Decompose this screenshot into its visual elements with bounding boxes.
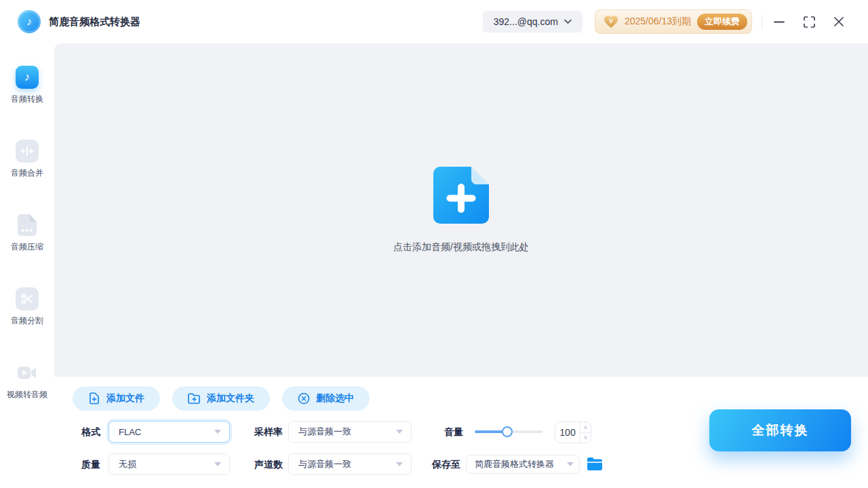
save-to-select[interactable]: 简鹿音频格式转换器 <box>466 455 580 474</box>
account-email: 392...@qq.com <box>494 16 558 27</box>
app-title: 简鹿音频格式转换器 <box>49 16 140 28</box>
channels-value: 与源音频一致 <box>298 458 351 470</box>
file-drop-zone[interactable]: 点击添加音频/视频或拖拽到此处 <box>54 43 868 377</box>
sample-rate-label: 采样率 <box>254 421 283 443</box>
sidebar-item-label: 音频压缩 <box>11 241 43 253</box>
sample-rate-value: 与源音频一致 <box>298 426 351 438</box>
account-dropdown[interactable]: 392...@qq.com <box>483 11 583 33</box>
spinner-down-icon[interactable]: ∨ <box>580 433 591 443</box>
sidebar-item-label: 视频转音频 <box>7 389 47 401</box>
quality-label: 质量 <box>81 453 100 475</box>
compressed-file-icon <box>16 214 39 237</box>
fullscreen-button[interactable] <box>803 16 815 28</box>
scissors-icon <box>16 287 39 310</box>
sidebar-item-video-to-audio[interactable]: 视频转音频 <box>7 361 47 401</box>
quality-select[interactable]: 无损 <box>108 453 230 475</box>
volume-spinner: ∧ ∨ <box>580 422 591 443</box>
file-plus-icon <box>433 167 489 224</box>
renew-button[interactable]: 立即续费 <box>697 14 747 30</box>
sidebar-item-label: 音频合并 <box>11 167 43 179</box>
browse-folder-button[interactable] <box>587 458 602 470</box>
vip-status-badge: V 2025/06/13到期 立即续费 <box>595 9 752 34</box>
circle-x-icon <box>298 392 310 405</box>
vip-heart-icon: V <box>604 15 618 28</box>
quality-value: 无损 <box>119 458 136 470</box>
chevron-down-icon <box>564 19 572 24</box>
close-icon <box>833 16 844 27</box>
title-bar: ♪ 简鹿音频格式转换器 392...@qq.com V 2025/06/13到期… <box>0 0 868 43</box>
volume-value-field[interactable] <box>555 422 580 443</box>
app-logo-icon: ♪ <box>18 10 41 33</box>
format-label: 格式 <box>81 421 100 443</box>
folder-icon <box>587 458 602 470</box>
channels-label: 声道数 <box>254 453 283 475</box>
add-file-label: 添加文件 <box>106 392 144 405</box>
dropdown-caret-icon <box>567 462 574 466</box>
dropdown-caret-icon <box>396 430 403 434</box>
add-folder-button[interactable]: 添加文件夹 <box>172 386 270 411</box>
vip-expiry-text: 2025/06/13到期 <box>625 16 691 28</box>
channels-select[interactable]: 与源音频一致 <box>288 453 412 475</box>
add-file-button[interactable]: 添加文件 <box>73 386 160 411</box>
dropdown-caret-icon <box>214 462 221 466</box>
volume-slider[interactable] <box>475 430 542 433</box>
sample-rate-select[interactable]: 与源音频一致 <box>288 421 412 443</box>
minimize-button[interactable] <box>773 16 785 28</box>
spinner-up-icon[interactable]: ∧ <box>580 422 591 433</box>
music-note-icon: ♪ <box>16 66 39 89</box>
sidebar-item-audio-compress[interactable]: 音频压缩 <box>11 214 43 253</box>
minimize-icon <box>774 16 785 27</box>
convert-all-button[interactable]: 全部转换 <box>709 409 851 451</box>
volume-number-input: ∧ ∨ <box>555 422 591 443</box>
format-select[interactable]: FLAC <box>108 421 230 443</box>
video-camera-icon <box>16 361 39 384</box>
drop-zone-hint: 点击添加音频/视频或拖拽到此处 <box>393 241 529 253</box>
save-to-value: 简鹿音频格式转换器 <box>475 458 554 470</box>
dropdown-caret-icon <box>214 430 221 434</box>
svg-text:V: V <box>609 18 613 24</box>
delete-selected-label: 删除选中 <box>316 392 354 405</box>
sidebar-item-audio-convert[interactable]: ♪ 音频转换 <box>11 66 43 105</box>
format-value: FLAC <box>119 427 141 437</box>
window-controls <box>773 16 845 28</box>
delete-selected-button[interactable]: 删除选中 <box>282 386 370 411</box>
save-to-label: 保存至 <box>432 453 460 475</box>
sidebar-item-label: 音频分割 <box>11 315 43 327</box>
sidebar-item-audio-merge[interactable]: 音频合并 <box>11 140 43 179</box>
sidebar-item-audio-split[interactable]: 音频分割 <box>11 287 43 327</box>
folder-plus-icon <box>188 393 201 405</box>
dropdown-caret-icon <box>396 462 403 466</box>
sidebar-item-label: 音频转换 <box>11 94 43 105</box>
bottom-panel: 添加文件 添加文件夹 删除选中 格式 FLAC 采样率 与源音频一致 音量 <box>54 377 868 488</box>
add-folder-label: 添加文件夹 <box>207 392 254 405</box>
sidebar: ♪ 音频转换 音频合并 音频压缩 音频 <box>0 43 54 488</box>
fullscreen-icon <box>804 16 815 28</box>
merge-arrows-icon <box>16 140 39 163</box>
header-divider <box>762 15 762 28</box>
volume-slider-handle[interactable] <box>502 426 513 437</box>
volume-label: 音量 <box>444 421 463 443</box>
file-plus-icon <box>88 392 100 405</box>
file-actions-toolbar: 添加文件 添加文件夹 删除选中 <box>73 386 370 411</box>
close-button[interactable] <box>833 16 845 28</box>
